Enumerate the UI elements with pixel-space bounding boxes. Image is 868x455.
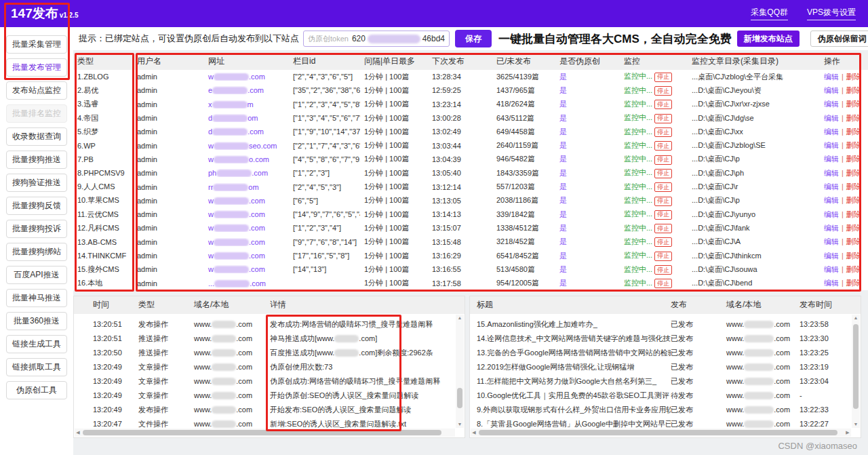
edit-link[interactable]: 编辑 xyxy=(824,237,839,245)
delete-link[interactable]: 删除 xyxy=(846,169,861,177)
scroll-left-icon[interactable]: ◀ xyxy=(471,429,477,437)
scroll-down-icon[interactable]: ▼ xyxy=(456,421,464,428)
stop-button[interactable]: 停止 xyxy=(654,197,672,206)
edit-link[interactable]: 编辑 xyxy=(824,127,839,136)
save-button[interactable]: 保存 xyxy=(455,30,492,47)
sidebar-item[interactable]: 收录数据查询 xyxy=(6,127,67,146)
delete-link[interactable]: 删除 xyxy=(846,265,861,273)
edit-link[interactable]: 编辑 xyxy=(824,210,839,218)
sidebar-item[interactable]: 百度API推送 xyxy=(6,266,67,284)
sidebar-item[interactable]: 批量搜狗反馈 xyxy=(6,197,67,215)
sidebar-item[interactable]: 批量搜狗投诉 xyxy=(6,220,67,238)
scroll-up-icon[interactable]: ▲ xyxy=(456,315,464,321)
delete-link[interactable]: 删除 xyxy=(846,73,861,81)
delete-link[interactable]: 删除 xyxy=(846,224,861,232)
edit-link[interactable]: 编辑 xyxy=(824,73,839,81)
add-publish-site-button[interactable]: 新增发布站点 xyxy=(737,31,800,47)
sidebar-item[interactable]: 批量发布管理 xyxy=(6,58,67,77)
scroll-up-icon[interactable]: ▲ xyxy=(852,315,860,321)
stop-button[interactable]: 停止 xyxy=(654,210,672,220)
scrollbar-thumb[interactable] xyxy=(853,324,859,409)
article-vertical-scrollbar[interactable]: ▲ ▼ xyxy=(852,315,860,428)
stop-button[interactable]: 停止 xyxy=(654,169,672,178)
scroll-down-icon[interactable]: ▼ xyxy=(852,421,860,428)
edit-link[interactable]: 编辑 xyxy=(824,279,839,287)
sidebar-item[interactable]: 批量搜狗推送 xyxy=(6,151,67,169)
site-url-link[interactable]: d.com xyxy=(204,127,289,136)
scrollbar-thumb[interactable] xyxy=(479,430,837,435)
sidebar-item[interactable]: 链接抓取工具 xyxy=(6,358,67,376)
stop-button[interactable]: 停止 xyxy=(654,182,672,192)
site-url-link[interactable]: ....com xyxy=(204,279,289,288)
edit-link[interactable]: 编辑 xyxy=(824,141,839,149)
stop-button[interactable]: 停止 xyxy=(654,252,672,261)
edit-link[interactable]: 编辑 xyxy=(824,196,839,204)
site-url-link[interactable]: w.com xyxy=(204,238,289,246)
sidebar-item[interactable]: 发布站点监控 xyxy=(6,81,67,100)
stop-button[interactable]: 停止 xyxy=(654,100,672,109)
delete-link[interactable]: 删除 xyxy=(846,252,861,260)
delete-link[interactable]: 删除 xyxy=(846,127,861,136)
token-input[interactable]: 伪原创token 620 46bd4 xyxy=(303,31,450,47)
delete-link[interactable]: 删除 xyxy=(846,155,861,163)
vps-dial-settings-link[interactable]: VPS拨号设置 xyxy=(807,7,856,20)
edit-link[interactable]: 编辑 xyxy=(824,155,839,163)
edit-link[interactable]: 编辑 xyxy=(824,265,839,273)
site-url-link[interactable]: w.com xyxy=(204,252,289,260)
log-vertical-scrollbar[interactable]: ▲ ▼ xyxy=(456,315,464,428)
edit-link[interactable]: 编辑 xyxy=(824,169,839,177)
scroll-right-icon[interactable]: ▶ xyxy=(844,429,851,437)
delete-link[interactable]: 删除 xyxy=(846,86,861,94)
stop-button[interactable]: 停止 xyxy=(654,114,672,123)
qq-group-link[interactable]: 采集QQ群 xyxy=(751,7,788,20)
sidebar-item[interactable]: 批量搜狗绑站 xyxy=(6,243,67,261)
site-url-link[interactable]: w.com xyxy=(204,224,289,232)
sidebar-item[interactable]: 搜狗验证推送 xyxy=(6,174,67,192)
edit-link[interactable]: 编辑 xyxy=(824,114,839,122)
stop-button[interactable]: 停止 xyxy=(654,86,672,96)
site-url-link[interactable]: dom xyxy=(204,114,289,122)
site-url-link[interactable]: e.com xyxy=(204,86,289,94)
site-url-link[interactable]: rrom xyxy=(204,183,289,191)
stop-button[interactable]: 停止 xyxy=(654,73,672,82)
stop-button[interactable]: 停止 xyxy=(654,279,672,288)
sidebar-item[interactable]: 批量360推送 xyxy=(6,312,67,330)
stop-button[interactable]: 停止 xyxy=(654,224,672,233)
delete-link[interactable]: 删除 xyxy=(846,100,861,108)
sidebar-item[interactable]: 链接生成工具 xyxy=(6,335,67,353)
site-url-link[interactable]: xm xyxy=(204,100,289,108)
site-url-link[interactable]: ph.com xyxy=(204,169,289,177)
delete-link[interactable]: 删除 xyxy=(846,196,861,204)
edit-link[interactable]: 编辑 xyxy=(824,252,839,260)
stop-button[interactable]: 停止 xyxy=(654,237,672,247)
edit-link[interactable]: 编辑 xyxy=(824,86,839,94)
delete-link[interactable]: 删除 xyxy=(846,141,861,149)
edit-link[interactable]: 编辑 xyxy=(824,224,839,232)
sidebar-item[interactable]: 伪原创工具 xyxy=(6,381,67,399)
site-url-link[interactable]: w.com xyxy=(204,73,289,81)
edit-link[interactable]: 编辑 xyxy=(824,100,839,108)
pseudo-keep-words-button[interactable]: 伪原创保留词 xyxy=(810,31,868,47)
delete-link[interactable]: 删除 xyxy=(846,237,861,245)
sidebar-item[interactable]: 批量采集管理 xyxy=(6,35,67,54)
stop-button[interactable]: 停止 xyxy=(654,141,672,151)
site-url-link[interactable]: w.com xyxy=(204,265,289,273)
scrollbar-thumb[interactable] xyxy=(457,388,462,408)
scroll-left-icon[interactable]: ◀ xyxy=(75,429,81,437)
article-horizontal-scrollbar[interactable]: ◀ ▶ xyxy=(471,429,851,437)
edit-link[interactable]: 编辑 xyxy=(824,182,839,191)
stop-button[interactable]: 停止 xyxy=(654,155,672,165)
site-url-link[interactable]: w.com xyxy=(204,210,289,218)
stop-button[interactable]: 停止 xyxy=(654,127,672,137)
delete-link[interactable]: 删除 xyxy=(846,114,861,122)
stop-button[interactable]: 停止 xyxy=(654,265,672,275)
site-url-link[interactable]: wo.com xyxy=(204,155,289,163)
sidebar-item[interactable]: 批量神马推送 xyxy=(6,289,67,307)
delete-link[interactable]: 删除 xyxy=(846,210,861,218)
scrollbar-thumb[interactable] xyxy=(83,430,441,435)
sidebar-item[interactable]: 批量排名监控 xyxy=(6,104,67,123)
site-url-link[interactable]: wseo.com xyxy=(204,142,289,150)
delete-link[interactable]: 删除 xyxy=(846,279,861,287)
log-horizontal-scrollbar[interactable]: ◀ xyxy=(75,429,455,437)
delete-link[interactable]: 删除 xyxy=(846,182,861,191)
